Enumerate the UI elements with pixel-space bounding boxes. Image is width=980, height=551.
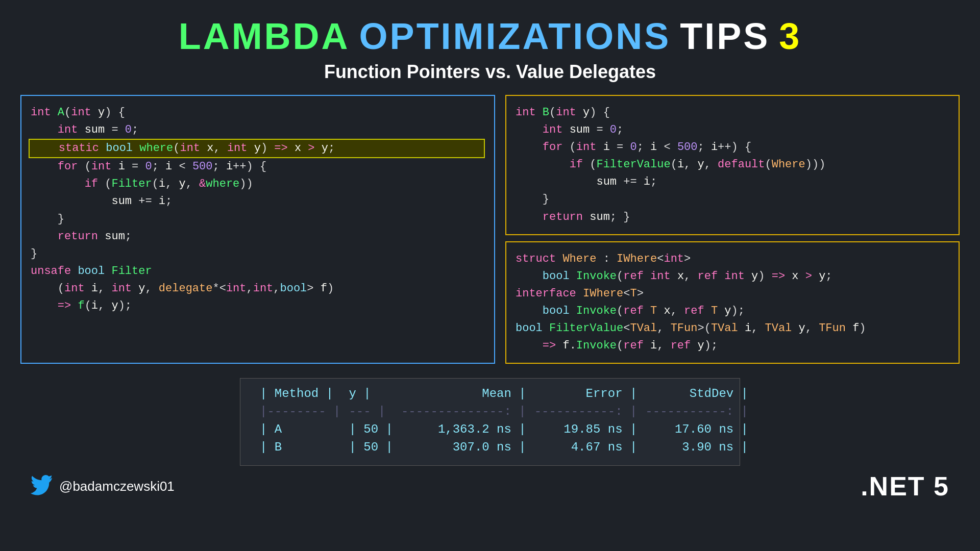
benchmark-table-wrapper: | Method | y | Mean | Error | StdDev | |… <box>240 378 740 466</box>
left-code-panel: int A(int y) { int sum = 0; static bool … <box>20 95 495 364</box>
right-code-panel-bottom: struct Where : IWhere<int> bool Invoke(r… <box>505 241 960 364</box>
col-header-y: y | <box>345 385 397 403</box>
table-row: | B | 50 | 307.0 ns | 4.67 ns | 3.90 ns … <box>256 438 752 456</box>
table-row: | A | 50 | 1,363.2 ns | 19.85 ns | 17.60… <box>256 420 752 438</box>
row-a-stddev: 17.60 ns | <box>641 420 752 438</box>
title-tips: TIPS <box>680 15 770 57</box>
twitter-username: @badamczewski01 <box>59 479 175 494</box>
title-row: LAMBDA OPTIMIZATIONS TIPS 3 <box>179 15 802 57</box>
sep-method: |-------- | <box>256 403 345 420</box>
dotnet-label: .NET 5 <box>861 471 949 502</box>
sep-error: -----------: | <box>530 403 642 420</box>
col-header-stddev: StdDev | <box>641 385 752 403</box>
twitter-handle: @badamczewski01 <box>31 475 175 497</box>
row-b-mean: 307.0 ns | <box>397 438 530 456</box>
title-lambda: LAMBDA <box>179 15 350 57</box>
table-separator-row: |-------- | --- | --------------: | ----… <box>256 403 752 420</box>
subtitle: Function Pointers vs. Value Delegates <box>324 61 656 83</box>
sep-y: --- | <box>345 403 397 420</box>
row-a-mean: 1,363.2 ns | <box>397 420 530 438</box>
row-a-y: | 50 | <box>345 420 397 438</box>
code-row: int A(int y) { int sum = 0; static bool … <box>20 95 960 364</box>
row-a-method: | A <box>256 420 345 438</box>
sep-stddev: -----------: | <box>641 403 752 420</box>
row-b-error: 4.67 ns | <box>530 438 642 456</box>
sep-mean: --------------: | <box>397 403 530 420</box>
row-a-error: 19.85 ns | <box>530 420 642 438</box>
col-header-method: | Method | <box>256 385 345 403</box>
twitter-icon <box>31 475 53 497</box>
title-optimizations: OPTIMIZATIONS <box>359 15 671 57</box>
title-num: 3 <box>779 15 801 57</box>
row-b-y: | 50 | <box>345 438 397 456</box>
row-b-stddev: 3.90 ns | <box>641 438 752 456</box>
bottom-row: @badamczewski01 .NET 5 <box>20 471 960 502</box>
benchmark-table: | Method | y | Mean | Error | StdDev | |… <box>256 385 752 456</box>
col-header-mean: Mean | <box>397 385 530 403</box>
right-code-panel-top: int B(int y) { int sum = 0; for (int i =… <box>505 95 960 235</box>
table-header-row: | Method | y | Mean | Error | StdDev | <box>256 385 752 403</box>
row-b-method: | B <box>256 438 345 456</box>
col-header-error: Error | <box>530 385 642 403</box>
